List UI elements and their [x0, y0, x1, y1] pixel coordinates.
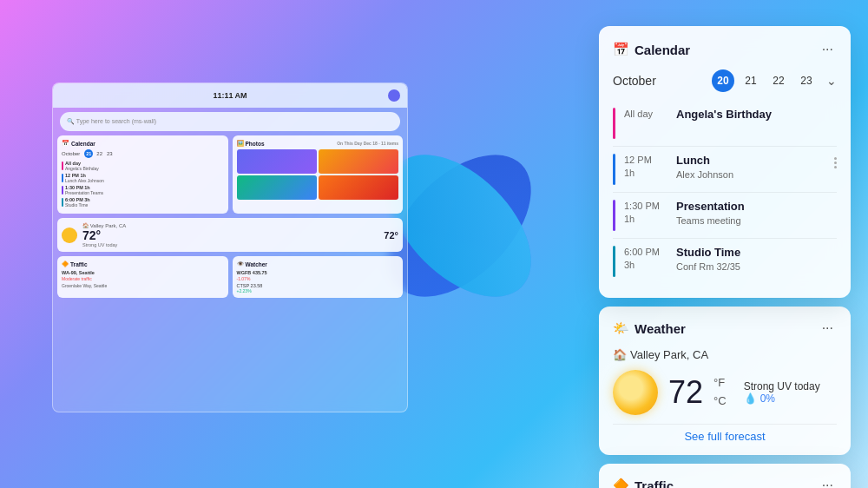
mini-active-date: 21: [84, 149, 93, 158]
weather-more-button[interactable]: ···: [819, 319, 837, 338]
weather-forecast-link[interactable]: See full forecast: [613, 424, 837, 443]
cal-event-dots-lunch: [834, 154, 837, 168]
mini-event-text-studio: 6:00 PM 3h Studio Time: [65, 197, 90, 208]
mini-temp-large: 72°: [384, 230, 398, 241]
mini-cal-icon: 📅: [62, 140, 69, 147]
mini-cal-title: Calendar: [71, 141, 95, 147]
cal-event-bar-studio: [613, 246, 615, 277]
dot-3: [834, 166, 837, 168]
calendar-icon: 📅: [613, 42, 629, 57]
mini-search-bar[interactable]: 🔍 Type here to search (ms-wall): [60, 112, 400, 131]
calendar-month-label: October: [613, 74, 707, 88]
mini-photos-icon: 🖼️: [237, 140, 244, 147]
weather-unit-f: °F: [713, 374, 727, 392]
mini-calendar-widget: 📅 Calendar October 21 22 23 All day Ange…: [57, 135, 228, 214]
calendar-event-presentation: 1:30 PM1h Presentation Teams meeting: [613, 193, 837, 239]
mini-traffic-address: Groenlake Way, Seattle: [62, 283, 224, 288]
home-icon: 🏠: [613, 348, 627, 361]
dot-2: [834, 162, 837, 164]
mini-cal-header: 📅 Calendar: [62, 140, 224, 147]
mini-traffic-widget: 🔶 Traffic WA-99, Seattle Moderate traffi…: [57, 256, 228, 298]
mini-traffic-status: Moderate traffic: [62, 276, 224, 281]
calendar-date-22[interactable]: 22: [767, 69, 790, 92]
mini-event-bar-purple: [62, 186, 63, 195]
mini-event-birthday: All day Angela's Birthday: [62, 161, 224, 171]
mini-search-text: 🔍 Type here to search (ms-wall): [67, 118, 156, 125]
mini-event-text-lunch: 12 PM 1h Lunch Alex Johnson: [65, 173, 104, 183]
weather-location: 🏠 Valley Park, CA: [613, 348, 837, 361]
calendar-event-studio: 6:00 PM3h Studio Time Conf Rm 32/35: [613, 239, 837, 284]
mini-traffic-icon: 🔶: [62, 260, 69, 267]
mini-watcher-title: Watcher: [246, 261, 267, 267]
cal-event-subtitle-studio: Conf Rm 32/35: [676, 260, 837, 273]
mini-photos-date: On This Day Dec 18 · 11 items: [337, 141, 398, 146]
weather-widget-header: 🌤️ Weather ···: [613, 319, 837, 338]
weather-title-label: Weather: [635, 321, 686, 336]
weather-uv-label: Strong UV today: [744, 380, 820, 392]
cal-event-time-birthday: All day: [624, 108, 667, 121]
weather-unit-c: °C: [713, 392, 727, 411]
weather-main: 72 °F °C Strong UV today 💧 0%: [613, 370, 837, 415]
mini-watcher-icon: 👁️: [237, 260, 244, 267]
mini-watcher-header: 👁️ Watcher: [237, 260, 399, 267]
cal-event-details-lunch: Lunch Alex Johnson: [676, 154, 825, 181]
cal-event-time-studio: 6:00 PM3h: [624, 246, 667, 273]
weather-icon: 🌤️: [613, 320, 629, 336]
traffic-widget: 🔶 Traffic ···: [599, 464, 851, 488]
mini-event-lunch: 12 PM 1h Lunch Alex Johnson: [62, 173, 224, 183]
mini-event-bar-blue: [62, 174, 63, 182]
mini-event-bar-pink: [62, 162, 63, 170]
mini-photo-3: [237, 175, 317, 200]
mini-widget-grid: 📅 Calendar October 21 22 23 All day Ange…: [53, 135, 407, 298]
mini-photos-title: Photos: [246, 141, 265, 147]
weather-sun-icon: [613, 370, 658, 415]
weather-rain-pct: 0%: [760, 392, 775, 405]
calendar-date-21[interactable]: 21: [740, 69, 762, 92]
mini-photo-4: [319, 175, 398, 200]
cal-event-bar-presentation: [613, 200, 615, 231]
laptop-mockup: 11:11 AM 🔍 Type here to search (ms-wall)…: [52, 82, 408, 412]
mini-weather-text: 🏠 Valley Park, CA 72° Strong UV today: [82, 222, 126, 247]
mini-taskbar: 11:11 AM: [53, 83, 407, 108]
calendar-more-button[interactable]: ···: [819, 40, 837, 59]
mini-stock-1: WGFB 435.75: [237, 270, 399, 275]
mini-traffic-header: 🔶 Traffic: [62, 260, 224, 267]
weather-widget: 🌤️ Weather ··· 🏠 Valley Park, CA 72 °F °…: [599, 307, 851, 455]
mini-traffic-title: Traffic: [70, 261, 88, 267]
cal-event-bar-birthday: [613, 108, 615, 139]
mini-traffic-location: WA-99, Seattle: [62, 270, 224, 275]
calendar-date-20[interactable]: 20: [712, 69, 734, 92]
traffic-widget-header: 🔶 Traffic ···: [613, 476, 837, 488]
cal-event-time-presentation: 1:30 PM1h: [624, 200, 667, 227]
calendar-title-label: Calendar: [635, 43, 690, 57]
calendar-expand-button[interactable]: ⌄: [826, 74, 837, 88]
mini-temp: 72°: [82, 228, 101, 242]
mini-photos-grid: [237, 149, 399, 200]
calendar-date-23[interactable]: 23: [795, 69, 818, 92]
mini-avatar: [388, 89, 400, 102]
mini-weather-widget: 🏠 Valley Park, CA 72° Strong UV today 72…: [57, 218, 403, 252]
cal-event-subtitle-presentation: Teams meeting: [676, 214, 837, 227]
weather-location-text: Valley Park, CA: [630, 348, 708, 361]
mini-sun-icon: [62, 228, 77, 243]
calendar-event-lunch: 12 PM1h Lunch Alex Johnson: [613, 147, 837, 193]
calendar-widget-header: 📅 Calendar ···: [613, 40, 837, 59]
dot-1: [834, 157, 837, 160]
cal-event-bar-lunch: [613, 154, 615, 185]
mini-event-text-presentation: 1:30 PM 1h Presentation Teams: [65, 185, 103, 195]
weather-temp-value: 72: [668, 374, 703, 410]
traffic-more-button[interactable]: ···: [819, 476, 837, 488]
cal-event-title-studio: Studio Time: [676, 246, 837, 260]
weather-widget-title: 🌤️ Weather: [613, 320, 686, 336]
mini-cal-month: October: [62, 151, 80, 156]
traffic-icon: 🔶: [613, 478, 629, 488]
rain-drop-icon: 💧: [744, 392, 757, 405]
mini-photos-header: 🖼️ Photos On This Day Dec 18 · 11 items: [237, 140, 399, 147]
right-panel: 📅 Calendar ··· October 20 21 22 23 ⌄ All…: [599, 26, 851, 488]
mini-event-text-birthday: All day Angela's Birthday: [65, 161, 99, 171]
mini-stock-2-change: +2.23%: [237, 288, 399, 293]
cal-event-subtitle-lunch: Alex Johnson: [676, 168, 825, 181]
cal-event-title-birthday: Angela's Birthday: [676, 108, 837, 122]
mini-time: 11:11 AM: [213, 91, 247, 100]
mini-photo-2: [319, 149, 398, 174]
